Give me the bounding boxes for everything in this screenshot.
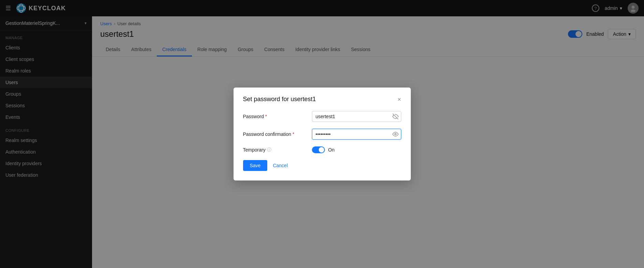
- set-password-modal: Set password for usertest1 × Password *: [234, 88, 411, 180]
- temporary-help-icon: ⓘ: [267, 147, 271, 153]
- temporary-label: Temporary ⓘ: [243, 147, 308, 153]
- svg-point-6: [394, 133, 396, 135]
- password-confirm-label-text: Password confirmation: [243, 131, 291, 137]
- password-input-wrap: [312, 111, 401, 122]
- modal-footer: Save Cancel: [243, 160, 401, 171]
- temporary-toggle-wrap: On: [312, 146, 335, 153]
- password-field-row: Password *: [243, 111, 401, 122]
- password-confirm-required-marker: *: [293, 132, 294, 137]
- password-confirm-input[interactable]: [312, 129, 401, 140]
- password-visibility-toggle[interactable]: [392, 113, 399, 120]
- password-confirm-label: Password confirmation *: [243, 131, 308, 137]
- temporary-field-row: Temporary ⓘ On: [243, 146, 401, 153]
- cancel-button[interactable]: Cancel: [271, 160, 289, 171]
- password-label: Password *: [243, 114, 308, 119]
- password-input[interactable]: [312, 111, 401, 122]
- modal-header: Set password for usertest1 ×: [243, 96, 401, 103]
- password-label-text: Password: [243, 114, 264, 119]
- modal-title: Set password for usertest1: [243, 96, 316, 103]
- save-button[interactable]: Save: [243, 160, 268, 171]
- modal-close-button[interactable]: ×: [398, 96, 401, 103]
- password-confirm-input-wrap: [312, 129, 401, 140]
- password-confirm-visibility-toggle[interactable]: [392, 131, 399, 137]
- temporary-toggle[interactable]: [312, 146, 325, 153]
- temporary-on-label: On: [328, 147, 335, 153]
- password-confirm-field-row: Password confirmation *: [243, 129, 401, 140]
- password-required-marker: *: [265, 114, 267, 119]
- modal-overlay: Set password for usertest1 × Password *: [0, 0, 644, 268]
- temporary-label-text: Temporary: [243, 147, 266, 153]
